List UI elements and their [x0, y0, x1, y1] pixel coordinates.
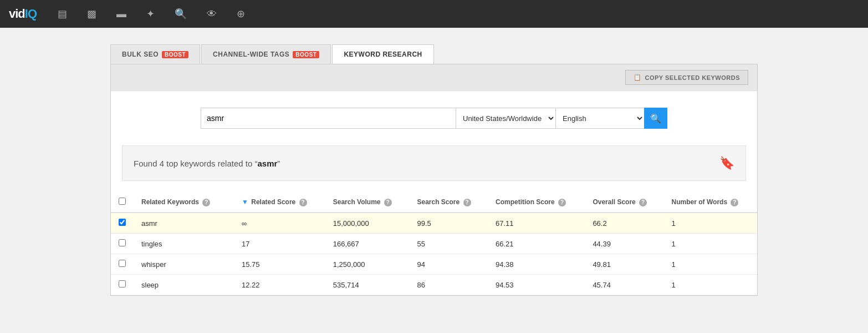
table-row: asmr ∞ 15,000,000 99.5 67.11 66.2 1: [111, 213, 757, 234]
table-row: sleep 12.22 535,714 86 94.53 45.74 1: [111, 275, 757, 295]
table-header-row: Related Keywords ? ▼ Related Score ? Sea…: [111, 192, 757, 213]
results-banner: Found 4 top keywords related to “asmr” 🔖: [122, 145, 746, 181]
col-overall-score-label: Overall Score: [593, 198, 635, 206]
channel-tags-boost-badge: BOOST: [293, 51, 319, 58]
row-competition-score-0: 67.11: [488, 213, 585, 234]
row-overall-score-3: 45.74: [585, 275, 663, 295]
col-header-keyword: Related Keywords ?: [134, 192, 234, 213]
row-overall-score-1: 44.39: [585, 234, 663, 254]
keyword-search-input[interactable]: [201, 108, 456, 129]
main-content: BULK SEO BOOST CHANNEL-WIDE TAGS BOOST K…: [101, 44, 767, 296]
row-checkbox-3[interactable]: [119, 280, 126, 287]
results-query: asmr: [257, 159, 277, 168]
tab-channel-wide-tags[interactable]: CHANNEL-WIDE TAGS BOOST: [201, 44, 331, 64]
row-check-cell: [111, 213, 134, 234]
row-related-score-0: ∞: [234, 213, 325, 234]
copy-icon: 📋: [634, 74, 642, 81]
eye-icon[interactable]: 👁: [203, 5, 220, 23]
row-keyword-3: sleep: [134, 275, 234, 295]
plus-icon[interactable]: ⊕: [233, 4, 248, 23]
related-score-help-icon[interactable]: ?: [299, 199, 307, 206]
search-row: United States/Worldwide United Kingdom C…: [111, 91, 757, 145]
row-search-volume-1: 166,667: [325, 234, 410, 254]
table-row: tingles 17 166,667 55 66.21 44.39 1: [111, 234, 757, 254]
region-select[interactable]: United States/Worldwide United Kingdom C…: [456, 108, 555, 129]
row-num-words-1: 1: [664, 234, 757, 254]
row-search-score-3: 86: [410, 275, 488, 295]
row-search-score-2: 94: [410, 254, 488, 275]
logo-iq: IQ: [25, 7, 37, 21]
keywords-table: Related Keywords ? ▼ Related Score ? Sea…: [111, 192, 757, 295]
row-competition-score-3: 94.53: [488, 275, 585, 295]
col-header-num-words: Number of Words ?: [664, 192, 757, 213]
col-header-search-volume: Search Volume ?: [325, 192, 410, 213]
keyword-help-icon[interactable]: ?: [202, 199, 210, 206]
search-score-help-icon[interactable]: ?: [463, 199, 471, 206]
bar-chart-icon[interactable]: ▤: [54, 4, 70, 23]
row-checkbox-0[interactable]: [119, 219, 126, 226]
tab-channel-wide-tags-label: CHANNEL-WIDE TAGS: [213, 51, 289, 58]
row-num-words-3: 1: [664, 275, 757, 295]
col-search-volume-label: Search Volume: [333, 198, 381, 206]
col-header-check: [111, 192, 134, 213]
row-related-score-2: 15.75: [234, 254, 325, 275]
language-select[interactable]: English Spanish French German: [555, 108, 644, 129]
row-competition-score-2: 94.38: [488, 254, 585, 275]
copy-keywords-button[interactable]: 📋 COPY SELECTED KEYWORDS: [625, 70, 748, 85]
row-checkbox-1[interactable]: [119, 239, 126, 246]
col-competition-score-label: Competition Score: [496, 198, 555, 206]
logo-vid: vid: [9, 7, 25, 21]
keyword-research-panel: 📋 COPY SELECTED KEYWORDS United States/W…: [110, 64, 758, 296]
col-header-search-score: Search Score ?: [410, 192, 488, 213]
bulk-seo-boost-badge: BOOST: [162, 51, 188, 58]
search-button[interactable]: 🔍: [644, 108, 667, 129]
row-num-words-2: 1: [664, 254, 757, 275]
search-magnify-icon: 🔍: [650, 113, 661, 124]
row-check-cell: [111, 254, 134, 275]
col-related-score-label: Related Score: [251, 198, 295, 206]
row-search-score-1: 55: [410, 234, 488, 254]
results-banner-text: Found 4 top keywords related to “asmr”: [134, 159, 280, 168]
search-icon[interactable]: 🔍: [171, 4, 190, 23]
top-navigation: vidIQ ▤ ▩ ▬ ✦ 🔍 👁 ⊕: [0, 0, 868, 28]
video-icon[interactable]: ▩: [84, 4, 100, 23]
row-search-volume-3: 535,714: [325, 275, 410, 295]
col-header-related-score[interactable]: ▼ Related Score ?: [234, 192, 325, 213]
row-keyword-1: tingles: [134, 234, 234, 254]
row-search-score-0: 99.5: [410, 213, 488, 234]
row-keyword-2: whisper: [134, 254, 234, 275]
row-check-cell: [111, 234, 134, 254]
toolbar: 📋 COPY SELECTED KEYWORDS: [111, 64, 757, 91]
row-related-score-3: 12.22: [234, 275, 325, 295]
row-check-cell: [111, 275, 134, 295]
sort-arrow-icon: ▼: [242, 198, 248, 206]
tabs-bar: BULK SEO BOOST CHANNEL-WIDE TAGS BOOST K…: [110, 44, 758, 64]
row-keyword-0: asmr: [134, 213, 234, 234]
tab-bulk-seo-label: BULK SEO: [122, 51, 159, 58]
row-overall-score-2: 49.81: [585, 254, 663, 275]
tag-icon: 🔖: [719, 156, 734, 170]
row-overall-score-0: 66.2: [585, 213, 663, 234]
col-num-words-label: Number of Words: [672, 198, 727, 206]
row-num-words-0: 1: [664, 213, 757, 234]
list-icon[interactable]: ▬: [113, 5, 130, 23]
users-icon[interactable]: ✦: [143, 4, 158, 23]
row-checkbox-2[interactable]: [119, 260, 126, 267]
competition-score-help-icon[interactable]: ?: [558, 199, 566, 206]
select-all-checkbox[interactable]: [119, 198, 126, 205]
col-header-competition-score: Competition Score ?: [488, 192, 585, 213]
tab-keyword-research[interactable]: KEYWORD RESEARCH: [332, 44, 433, 64]
logo[interactable]: vidIQ: [9, 7, 37, 21]
num-words-help-icon[interactable]: ?: [731, 199, 738, 206]
row-search-volume-0: 15,000,000: [325, 213, 410, 234]
tab-keyword-research-label: KEYWORD RESEARCH: [344, 51, 422, 58]
overall-score-help-icon[interactable]: ?: [639, 199, 647, 206]
col-keyword-label: Related Keywords: [141, 198, 199, 206]
search-volume-help-icon[interactable]: ?: [384, 199, 392, 206]
tab-bulk-seo[interactable]: BULK SEO BOOST: [110, 44, 200, 64]
row-competition-score-1: 66.21: [488, 234, 585, 254]
row-search-volume-2: 1,250,000: [325, 254, 410, 275]
table-row: whisper 15.75 1,250,000 94 94.38 49.81 1: [111, 254, 757, 275]
col-header-overall-score: Overall Score ?: [585, 192, 663, 213]
col-search-score-label: Search Score: [417, 198, 460, 206]
